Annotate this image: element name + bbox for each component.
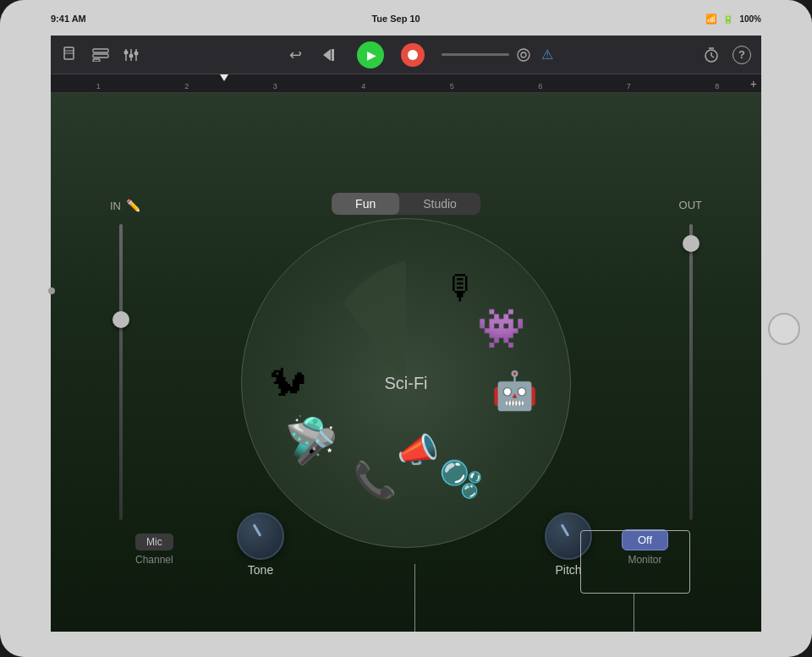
timeline-ruler: 1 2 3 4 5 6 7 8 <box>51 74 761 93</box>
rewind-icon[interactable] <box>321 46 340 64</box>
battery-pct: 100% <box>739 14 761 24</box>
toolbar-right: ? <box>702 46 751 64</box>
tick-7: 7 <box>584 82 673 90</box>
callout-line-right <box>634 594 634 632</box>
fun-mode-button[interactable]: Fun <box>332 193 399 215</box>
callout-line-left <box>414 564 415 632</box>
svg-rect-5 <box>93 59 100 62</box>
svg-rect-3 <box>93 49 108 52</box>
status-date: Tue Sep 10 <box>371 14 420 24</box>
out-label: OUT <box>679 199 702 211</box>
svg-point-9 <box>124 50 129 54</box>
telephone-icon[interactable]: 📞 <box>353 459 397 501</box>
svg-point-14 <box>518 49 529 61</box>
toolbar-center: ↩ ▶ ⚠ <box>286 41 557 68</box>
pitch-knob-container: Pitch <box>545 512 592 577</box>
toolbar-left <box>61 46 140 64</box>
old-mic-icon[interactable]: 🎙 <box>444 269 478 307</box>
record-button[interactable] <box>401 43 425 67</box>
monster-icon[interactable]: 👾 <box>477 305 525 351</box>
playhead <box>220 74 228 81</box>
tracks-icon[interactable] <box>91 46 110 64</box>
svg-point-15 <box>521 52 526 57</box>
timer-icon[interactable] <box>702 46 721 64</box>
wifi-icon: 📶 <box>705 14 717 25</box>
pitch-knob[interactable] <box>545 512 592 560</box>
out-slider-handle[interactable] <box>683 235 700 252</box>
toolbar: ↩ ▶ ⚠ ? <box>51 36 761 74</box>
tone-knob-container: Tone <box>237 512 284 577</box>
monitor-area: Off Monitor <box>622 529 668 566</box>
svg-rect-4 <box>93 54 108 57</box>
status-right: 📶 🔋 100% <box>705 14 761 25</box>
status-bar: 9:41 AM Tue Sep 10 📶 🔋 100% <box>51 7 761 30</box>
studio-mode-button[interactable]: Studio <box>399 193 480 215</box>
bubbles-icon[interactable]: 🫧 <box>439 457 483 499</box>
tick-8: 8 <box>673 82 762 90</box>
tone-label: Tone <box>248 563 273 577</box>
warning-icon: ⚠ <box>538 46 557 64</box>
status-time: 9:41 AM <box>51 14 86 24</box>
tick-1: 1 <box>54 82 143 90</box>
tick-3: 3 <box>231 82 320 90</box>
robot-icon[interactable]: 🤖 <box>491 369 538 413</box>
side-button[interactable] <box>48 287 55 294</box>
svg-point-11 <box>134 51 139 55</box>
tick-5: 5 <box>408 82 497 90</box>
wheel-body[interactable]: Sci-Fi 🛸 🎙 👾 🐿 🤖 🎤 🫧 📞 📣 <box>241 218 571 548</box>
squirrel-icon[interactable]: 🐿 <box>269 362 306 404</box>
document-icon[interactable] <box>61 46 80 64</box>
mic-channel-area: Mic Channel <box>135 534 173 566</box>
channel-label: Channel <box>135 554 173 566</box>
mic-button[interactable]: Mic <box>135 534 173 550</box>
svg-line-18 <box>711 56 714 57</box>
svg-marker-12 <box>323 49 331 61</box>
volume-slider[interactable] <box>442 53 509 56</box>
battery-icon: 🔋 <box>722 14 734 25</box>
monitor-label: Monitor <box>622 554 668 566</box>
in-slider-track <box>119 224 123 520</box>
tone-knob[interactable] <box>237 512 284 560</box>
tick-4: 4 <box>320 82 409 90</box>
tick-2: 2 <box>143 82 232 90</box>
mode-toggle[interactable]: Fun Studio <box>332 193 480 215</box>
megaphone-icon[interactable]: 📣 <box>397 430 439 469</box>
pitch-label: Pitch <box>555 563 581 577</box>
home-button[interactable] <box>768 313 800 345</box>
voice-wheel[interactable]: Sci-Fi 🛸 🎙 👾 🐿 🤖 🎤 🫧 📞 📣 <box>241 218 571 548</box>
play-icon: ▶ <box>367 48 376 62</box>
main-content: IN ✏️ OUT Fun Studio Sci-Fi <box>51 93 761 632</box>
ipad-frame: 9:41 AM Tue Sep 10 📶 🔋 100% ↩ <box>0 0 812 657</box>
tick-6: 6 <box>497 82 585 90</box>
back-icon[interactable]: ↩ <box>286 46 304 64</box>
in-label: IN ✏️ <box>110 199 140 212</box>
mic2-icon[interactable]: 🎤 <box>295 426 337 466</box>
record-icon <box>408 50 418 60</box>
add-track-button[interactable]: + <box>750 77 757 90</box>
out-slider-track <box>689 224 693 520</box>
volume-control: ⚠ <box>442 46 557 64</box>
volume-icon <box>514 46 533 64</box>
help-icon[interactable]: ? <box>732 46 751 64</box>
mixer-icon[interactable] <box>122 46 140 64</box>
monitor-off-button[interactable]: Off <box>622 529 668 550</box>
svg-rect-13 <box>332 49 334 61</box>
play-button[interactable]: ▶ <box>357 41 384 68</box>
svg-point-10 <box>129 53 134 57</box>
in-slider-handle[interactable] <box>112 311 129 328</box>
pencil-icon: ✏️ <box>126 199 140 212</box>
